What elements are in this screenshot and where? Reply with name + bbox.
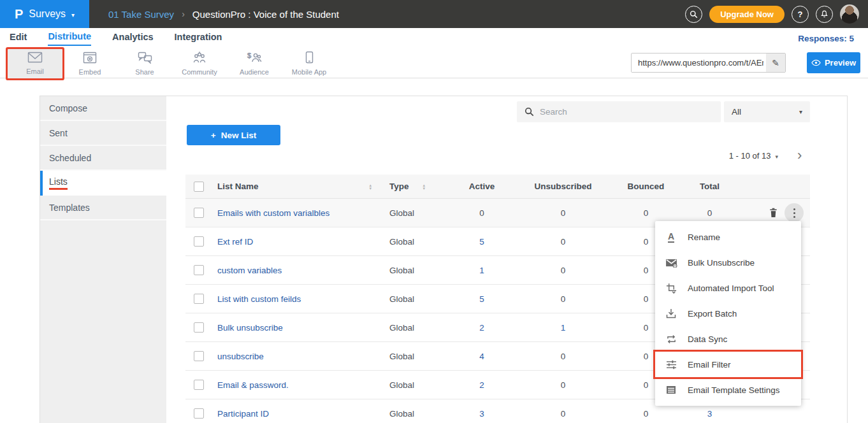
annotation-lists-underline: Lists (49, 176, 68, 190)
row-checkbox[interactable] (194, 236, 204, 247)
sidebar-item-templates[interactable]: Templates (40, 196, 166, 220)
email-filter-icon (665, 360, 677, 369)
tab-edit[interactable]: Edit (10, 32, 27, 45)
search-icon (524, 107, 534, 117)
breadcrumb: 01 Take Survey › QuestionPro : Voice of … (108, 9, 339, 20)
search-box (517, 101, 721, 122)
table-header-row: List Name ▴▾ Type ▴▾ Active Unsubscribed… (185, 175, 810, 199)
plus-icon: + (211, 131, 216, 140)
sort-icon[interactable]: ▴▾ (369, 183, 372, 190)
svg-text:$: $ (247, 52, 251, 59)
channel-share[interactable]: Share (117, 49, 172, 78)
survey-url-field: ✎ (631, 53, 786, 73)
sidebar-item-compose[interactable]: Compose (40, 96, 166, 121)
community-icon (192, 52, 207, 66)
app-window: P Surveys ▾ 01 Take Survey › QuestionPro… (0, 0, 868, 423)
email-icon (27, 52, 43, 66)
questionpro-logo-icon: P (15, 8, 23, 20)
bulk-unsubscribe-icon (665, 258, 677, 268)
top-bar: P Surveys ▾ 01 Take Survey › QuestionPro… (0, 0, 868, 28)
list-name-link[interactable]: Bulk unsubscribe (217, 323, 283, 333)
row-menu-kebab-icon[interactable] (785, 203, 804, 222)
chevron-down-icon: ▾ (775, 154, 778, 160)
list-name-link[interactable]: unsubscribe (217, 352, 264, 361)
menu-item-email-template-settings[interactable]: Email Template Settings (655, 377, 801, 403)
rename-icon: A (665, 232, 677, 243)
new-list-button[interactable]: + New List (187, 125, 280, 145)
embed-icon (83, 52, 97, 66)
tab-distribute[interactable]: Distribute (48, 31, 91, 46)
surveys-menu-button[interactable]: P Surveys ▾ (0, 0, 89, 28)
chevron-down-icon: ▾ (71, 11, 75, 18)
row-checkbox[interactable] (194, 294, 204, 304)
row-checkbox[interactable] (194, 208, 204, 218)
preview-button[interactable]: Preview (807, 52, 860, 73)
sort-icon[interactable]: ▴▾ (423, 183, 426, 190)
search-input[interactable] (517, 101, 721, 122)
list-name-link[interactable]: custom variables (217, 266, 282, 275)
row-checkbox[interactable] (194, 408, 204, 419)
row-checkbox[interactable] (194, 380, 204, 390)
search-icon[interactable] (685, 6, 702, 23)
upgrade-now-button[interactable]: Upgrade Now (709, 6, 785, 23)
menu-item-export-batch[interactable]: Export Batch (655, 301, 801, 326)
delete-trash-icon[interactable] (769, 208, 778, 218)
avatar[interactable] (840, 4, 859, 24)
edit-url-pencil-icon[interactable]: ✎ (766, 54, 785, 72)
filter-dropdown[interactable]: All ▾ (724, 101, 810, 122)
automated-import-tool-icon (665, 283, 677, 294)
menu-item-email-filter annotation-email-filter-highlight[interactable]: Email Filter (655, 352, 801, 377)
survey-tab-bar: Edit Distribute Analytics Integration Re… (0, 28, 868, 49)
notifications-bell-icon[interactable] (816, 6, 833, 23)
list-name-link[interactable]: Emails with custom varialbles (217, 208, 329, 218)
audience-icon: $ (247, 52, 262, 66)
channel-email[interactable]: Email (8, 49, 62, 78)
product-name: Surveys (29, 8, 66, 20)
list-name-link[interactable]: Email & password. (217, 380, 289, 390)
row-checkbox[interactable] (194, 351, 204, 361)
page-title: QuestionPro : Voice of the Student (192, 9, 339, 20)
menu-item-rename[interactable]: A Rename (655, 224, 801, 250)
pagination-range-dropdown[interactable]: 1 - 10 of 13 ▾ (676, 151, 778, 161)
row-context-menu: A Rename Bulk Unsubscribe Automated Impo… (655, 221, 801, 406)
select-all-checkbox[interactable] (194, 182, 204, 192)
list-name-link[interactable]: Participant ID (217, 409, 269, 419)
responses-count-link[interactable]: Responses: 5 (798, 34, 854, 43)
export-batch-icon (665, 308, 677, 319)
row-checkbox[interactable] (194, 322, 204, 333)
next-page-chevron[interactable]: › (797, 147, 802, 164)
channel-community[interactable]: Community (172, 49, 227, 78)
menu-item-bulk-unsubscribe[interactable]: Bulk Unsubscribe (655, 250, 801, 275)
tab-integration[interactable]: Integration (175, 32, 222, 45)
audience-icon-item[interactable]: $ Audience (227, 49, 282, 78)
list-name-link[interactable]: List with custom feilds (217, 294, 301, 304)
survey-url-input[interactable] (632, 54, 766, 72)
sidebar-item-scheduled[interactable]: Scheduled (40, 146, 166, 171)
row-checkbox[interactable] (194, 265, 204, 275)
channel-embed[interactable]: Embed (62, 49, 117, 78)
top-actions: Upgrade Now ? (685, 4, 868, 24)
sidebar-item-lists[interactable]: Lists (40, 171, 166, 196)
share-icon (138, 52, 152, 66)
tab-analytics[interactable]: Analytics (112, 32, 153, 45)
distribute-toolbar: Email Embed Share Community (0, 49, 868, 78)
breadcrumb-survey-link[interactable]: 01 Take Survey (108, 9, 174, 20)
sidebar-item-sent[interactable]: Sent (40, 121, 166, 146)
menu-item-automated-import-tool[interactable]: Automated Import Tool (655, 275, 801, 301)
email-sidebar: Compose Sent Scheduled Lists Templates (40, 96, 166, 423)
list-name-link[interactable]: Ext ref ID (217, 237, 253, 247)
breadcrumb-separator-icon: › (182, 9, 185, 19)
menu-item-data-sync[interactable]: Data Sync (655, 326, 801, 352)
help-icon[interactable]: ? (792, 6, 809, 23)
channel-mobile-app[interactable]: Mobile App (282, 49, 336, 78)
chevron-down-icon: ▾ (799, 108, 802, 115)
email-template-settings-icon (665, 385, 677, 394)
eye-icon (811, 59, 821, 66)
data-sync-icon (665, 334, 677, 344)
mobile-app-icon (305, 51, 314, 66)
